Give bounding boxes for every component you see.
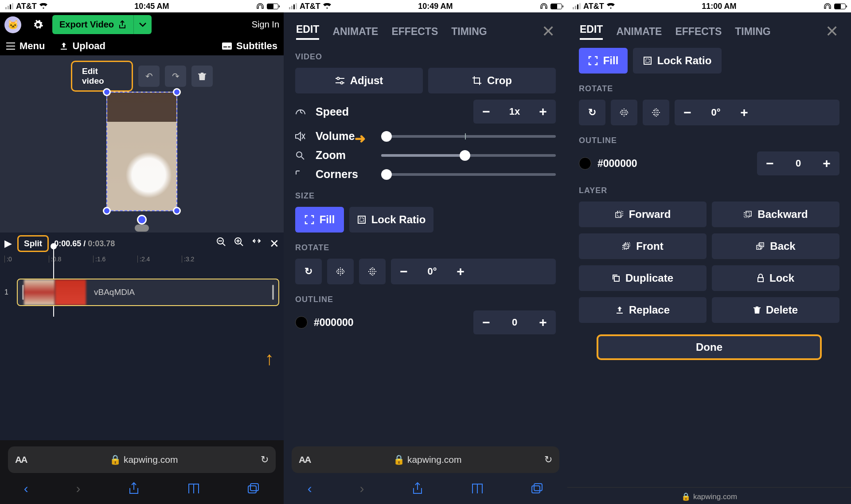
layer-forward-button[interactable]: Forward (579, 202, 707, 227)
rotate-increase-button[interactable]: + (448, 260, 473, 283)
layer-backward-button[interactable]: Backward (712, 202, 839, 227)
browser-url-bar-compact[interactable]: 🔒 kapwing.com (567, 487, 851, 504)
tab-effects[interactable]: EFFECTS (675, 26, 722, 38)
zoom-in-button[interactable] (234, 237, 244, 251)
tab-edit[interactable]: EDIT (580, 23, 603, 40)
browser-url-bar[interactable]: AA 🔒kapwing.com ↻ (8, 446, 276, 473)
delete-button[interactable] (191, 66, 213, 87)
reload-button[interactable]: ↻ (261, 454, 269, 465)
back-button[interactable]: ‹ (24, 481, 28, 496)
outline-color-swatch[interactable] (295, 316, 308, 329)
browser-url-bar[interactable]: AA 🔒kapwing.com ↻ (292, 446, 559, 473)
replace-button[interactable]: Replace (579, 297, 707, 323)
resize-handle-br[interactable] (173, 207, 181, 215)
menu-button[interactable]: Menu (6, 40, 45, 52)
outline-color-swatch[interactable] (579, 157, 591, 170)
avatar[interactable]: 🐱 (4, 16, 21, 33)
tab-animate[interactable]: ANIMATE (332, 26, 378, 38)
layer-front-button[interactable]: Front (579, 233, 707, 259)
upload-button[interactable]: Upload (60, 40, 105, 52)
time-ruler[interactable]: :0 :0.8 :1.6 :2.4 :3.2 (4, 256, 279, 263)
rotate-decrease-button[interactable]: − (675, 101, 700, 124)
close-button[interactable]: ✕ (269, 237, 279, 251)
delete-button[interactable]: Delete (712, 297, 839, 323)
timeline-clip[interactable]: vBAqMDlA (17, 279, 279, 306)
flip-v-button[interactable] (643, 100, 669, 125)
gear-icon[interactable] (33, 19, 43, 30)
sign-in-link[interactable]: Sign In (252, 19, 279, 30)
speed-label: Speed (316, 105, 373, 118)
subtitles-button[interactable]: Subtitles (222, 40, 277, 52)
canvas-area[interactable]: Edit video ↶ ↷ (0, 55, 284, 233)
bookmarks-button[interactable] (187, 483, 200, 494)
text-size-button[interactable]: AA (299, 454, 310, 465)
tab-edit[interactable]: EDIT (296, 23, 319, 40)
split-button[interactable]: Split (17, 235, 49, 252)
resize-handle-tl[interactable] (103, 88, 111, 96)
fit-button[interactable] (252, 237, 262, 251)
tab-effects[interactable]: EFFECTS (391, 26, 438, 38)
fill-button[interactable]: Fill (579, 48, 628, 74)
outline-increase-button[interactable]: + (814, 151, 839, 175)
flip-v-button[interactable] (359, 259, 386, 284)
outline-increase-button[interactable]: + (530, 310, 556, 334)
close-panel-button[interactable]: ✕ (825, 22, 839, 41)
back-button[interactable]: ‹ (308, 481, 312, 496)
done-button[interactable]: Done (597, 334, 822, 360)
rotate-cw-button[interactable]: ↻ (579, 100, 605, 125)
close-panel-button[interactable]: ✕ (542, 22, 555, 41)
flip-h-icon (619, 108, 629, 117)
outline-decrease-button[interactable]: − (757, 151, 783, 175)
clip-trim-right[interactable] (272, 285, 274, 300)
flip-h-button[interactable] (611, 100, 637, 125)
layer-backward-icon (743, 210, 752, 218)
outline-decrease-button[interactable]: − (473, 310, 499, 334)
tab-animate[interactable]: ANIMATE (616, 26, 662, 38)
adjust-button[interactable]: Adjust (295, 68, 423, 93)
corners-slider[interactable] (381, 173, 556, 176)
tab-timing[interactable]: TIMING (735, 26, 771, 38)
volume-slider[interactable]: ➜ (381, 135, 556, 138)
video-frame[interactable] (106, 92, 177, 211)
share-button[interactable] (412, 482, 423, 495)
svg-rect-1 (223, 47, 227, 47)
signal-icon (573, 3, 581, 9)
zoom-slider[interactable] (381, 154, 556, 157)
drag-handle[interactable] (135, 225, 149, 232)
forward-button[interactable]: › (76, 481, 80, 496)
export-video-button[interactable]: Export Video (52, 15, 133, 34)
rotate-cw-button[interactable]: ↻ (295, 259, 322, 284)
share-button[interactable] (128, 482, 140, 495)
lock-button[interactable]: Lock (712, 265, 839, 291)
duplicate-button[interactable]: Duplicate (579, 265, 707, 291)
bookmarks-button[interactable] (471, 483, 484, 494)
reload-button[interactable]: ↻ (544, 454, 552, 465)
tabs-button[interactable] (531, 483, 543, 494)
resize-handle-bl[interactable] (103, 207, 111, 215)
speed-decrease-button[interactable]: − (473, 100, 499, 124)
forward-button[interactable]: › (359, 481, 364, 496)
lock-ratio-button[interactable]: Lock Ratio (349, 207, 433, 233)
zoom-out-button[interactable] (216, 237, 226, 251)
edit-video-button[interactable]: Edit video (71, 61, 133, 92)
redo-button[interactable]: ↷ (165, 66, 186, 87)
layer-back-button[interactable]: Back (712, 233, 839, 259)
carrier: AT&T (16, 2, 37, 11)
speed-stepper: − 1x + (473, 100, 556, 124)
fill-button[interactable]: Fill (295, 207, 344, 233)
export-dropdown-button[interactable] (133, 15, 152, 34)
text-size-button[interactable]: AA (15, 454, 27, 465)
crop-button[interactable]: Crop (428, 68, 556, 93)
rotate-increase-button[interactable]: + (731, 101, 757, 124)
rotate-handle[interactable] (137, 215, 147, 225)
rotate-decrease-button[interactable]: − (391, 260, 417, 283)
flip-h-button[interactable] (327, 259, 354, 284)
lock-ratio-button[interactable]: Lock Ratio (633, 48, 722, 74)
play-button[interactable]: ▶ (4, 238, 12, 249)
tabs-button[interactable] (247, 483, 260, 494)
tab-timing[interactable]: TIMING (451, 26, 487, 38)
lock-icon: 🔒 (681, 492, 691, 501)
resize-handle-tr[interactable] (173, 88, 181, 96)
speed-increase-button[interactable]: + (530, 100, 556, 124)
undo-button[interactable]: ↶ (138, 66, 160, 87)
